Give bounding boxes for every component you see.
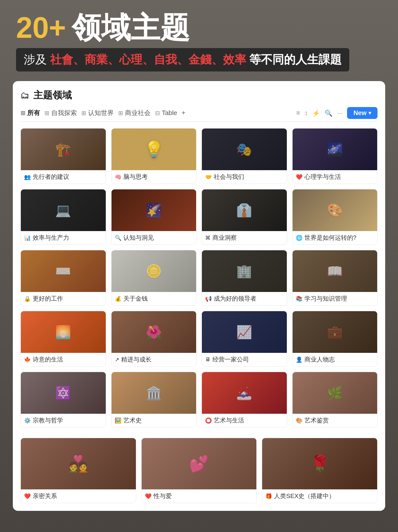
card-label-20: 🎨 艺术鉴赏 [293,414,377,427]
card-item-15[interactable]: 📈 🖥 经营一家公司 [202,311,287,367]
card-label-17: ⚙️ 宗教与哲学 [21,414,106,427]
more-icon[interactable]: ··· [337,109,343,117]
main-title: 20+ 领域主题 [16,13,382,42]
card-item-1[interactable]: 🏗️ 👥 先行者的建议 [21,128,106,184]
card-icon-16: 👤 [296,356,303,363]
lightning-icon[interactable]: ⚡ [312,109,320,117]
tab-world-label: 认知世界 [88,109,114,117]
card-item-23[interactable]: 🌹 🎁 人类SEX史（搭建中） [262,438,377,503]
tab-self-label: 自我探索 [51,109,77,117]
card-item-14[interactable]: 🌺 ↗ 精进与成长 [111,311,197,367]
subtitle-bold: 等不同的人生課題 [246,52,342,68]
title-text: 领域主题 [72,13,190,42]
card-item-22[interactable]: 💕 ❤️ 性与爱 [141,438,257,503]
card-icon-2: 🧠 [115,174,121,180]
grid-row-3: ⌨️ 🔒 更好的工作 🪙 💰 关于金钱 🏢 📢 成为好的领导者 [21,250,377,306]
tab-all[interactable]: ⊞ 所有 [21,107,45,119]
thumb-img-6: 🌠 [112,189,196,231]
thumb-img-18: 🏛️ [112,372,196,414]
tab-business-label: 商业社会 [125,109,151,117]
card-text-16: 商业人物志 [304,355,335,364]
card-label-8: 🌐 世界是如何运转的? [293,231,377,245]
tab-world-icon: ⊞ [81,110,86,117]
new-button[interactable]: New ▾ [347,107,377,119]
grid-row-2: 💻 📊 效率与生产力 🌠 🔍 认知与洞见 👔 ⌘ 商业洞察 [21,189,377,245]
tab-world[interactable]: ⊞ 认知世界 [81,107,118,119]
filter-icon[interactable]: ≡ [296,109,300,117]
card-item-5[interactable]: 💻 📊 效率与生产力 [21,189,106,245]
thumb-img-12: 📖 [293,250,377,292]
card-item-11[interactable]: 🏢 📢 成为好的领导者 [202,250,287,306]
tab-business[interactable]: ⊞ 商业社会 [118,107,155,119]
card-item-3[interactable]: 🎭 🤝 社会与我们 [202,128,287,184]
card-thumb-3: 🎭 [202,129,287,170]
grid-row-4: 🌅 🍁 诗意的生活 🌺 ↗ 精进与成长 📈 🖥 经营一家公司 [21,311,377,367]
thumb-img-9: ⌨️ [21,250,106,292]
card-header: 🗂 主题领域 [21,89,377,102]
card-item-21[interactable]: 💑 ❤️ 亲密关系 [21,438,136,503]
card-icon-3: 🤝 [205,174,212,180]
card-text-19: 艺术与生活 [214,416,244,425]
card-item-7[interactable]: 👔 ⌘ 商业洞察 [202,189,287,245]
card-thumb-1: 🏗️ [21,129,106,170]
tab-table[interactable]: ⊟ Table [155,108,182,118]
card-label-1: 👥 先行者的建议 [21,170,106,184]
tabs-bar: ⊞ 所有 ⊞ 自我探索 ⊞ 认知世界 ⊞ 商业社会 ⊟ Table + ≡ ↕ … [21,107,377,122]
search-icon[interactable]: 🔍 [325,109,333,117]
card-thumb-19: 🗻 [202,372,287,414]
card-text-23: 人类SEX史（搭建中） [274,492,335,500]
thumb-img-19: 🗻 [202,372,287,414]
card-label-19: ⭕ 艺术与生活 [202,414,287,427]
card-item-6[interactable]: 🌠 🔍 认知与洞见 [111,189,197,245]
card-text-21: 亲密关系 [33,492,57,500]
card-item-13[interactable]: 🌅 🍁 诗意的生活 [21,311,106,367]
tab-add[interactable]: + [182,108,190,118]
card-item-4[interactable]: 🌌 ❤️ 心理学与生活 [292,128,378,184]
card-text-8: 世界是如何运转的? [304,234,357,242]
tab-self[interactable]: ⊞ 自我探索 [45,107,81,119]
card-text-2: 脑与思考 [123,173,148,181]
card-icon-14: ↗ [115,356,119,363]
card-text-15: 经营一家公司 [212,355,249,364]
card-thumb-22: 💕 [142,438,257,489]
card-text-18: 艺术史 [123,416,142,425]
card-thumb-10: 🪙 [112,250,196,292]
card-text-3: 社会与我们 [214,173,244,181]
thumb-img-14: 🌺 [112,311,196,353]
card-item-12[interactable]: 📖 📚 学习与知识管理 [292,250,378,306]
tab-self-icon: ⊞ [45,110,49,117]
card-text-13: 诗意的生活 [33,355,63,364]
tab-table-icon: ⊟ [155,110,160,117]
card-item-20[interactable]: 🌿 🎨 艺术鉴赏 [292,372,378,428]
thumb-img-23: 🌹 [262,438,377,489]
folder-icon: 🗂 [21,90,29,101]
card-icon-18: 🖼️ [115,417,121,424]
tab-all-label: 所有 [27,109,40,117]
card-label-22: ❤️ 性与爱 [142,489,257,503]
card-item-2[interactable]: 💡 🧠 脑与思考 [111,128,197,184]
card-item-17[interactable]: 🔯 ⚙️ 宗教与哲学 [21,372,106,428]
card-item-18[interactable]: 🏛️ 🖼️ 艺术史 [111,372,197,428]
thumb-img-11: 🏢 [202,250,287,292]
card-thumb-8: 🎨 [293,189,377,231]
card-item-19[interactable]: 🗻 ⭕ 艺术与生活 [202,372,287,428]
card-label-5: 📊 效率与生产力 [21,231,106,245]
card-icon-19: ⭕ [205,417,212,424]
card-icon-1: 👥 [24,174,31,180]
card-item-16[interactable]: 💼 👤 商业人物志 [292,311,378,367]
card-item-8[interactable]: 🎨 🌐 世界是如何运转的? [292,189,378,245]
card-text-20: 艺术鉴赏 [304,416,329,425]
card-thumb-5: 💻 [21,189,106,231]
card-text-22: 性与爱 [153,492,172,500]
card-item-10[interactable]: 🪙 💰 关于金钱 [111,250,197,306]
card-title: 主题领域 [33,89,72,102]
card-label-3: 🤝 社会与我们 [202,170,287,184]
tab-table-label: Table [162,109,177,117]
grid-row-1: 🏗️ 👥 先行者的建议 💡 🧠 脑与思考 🎭 🤝 社会与我们 [21,128,377,184]
card-item-9[interactable]: ⌨️ 🔒 更好的工作 [21,250,106,306]
sort-icon[interactable]: ↕ [304,109,308,117]
tab-all-icon: ⊞ [21,110,25,117]
thumb-img-1: 🏗️ [21,129,106,170]
new-button-label: New [353,109,367,117]
card-thumb-13: 🌅 [21,311,106,353]
